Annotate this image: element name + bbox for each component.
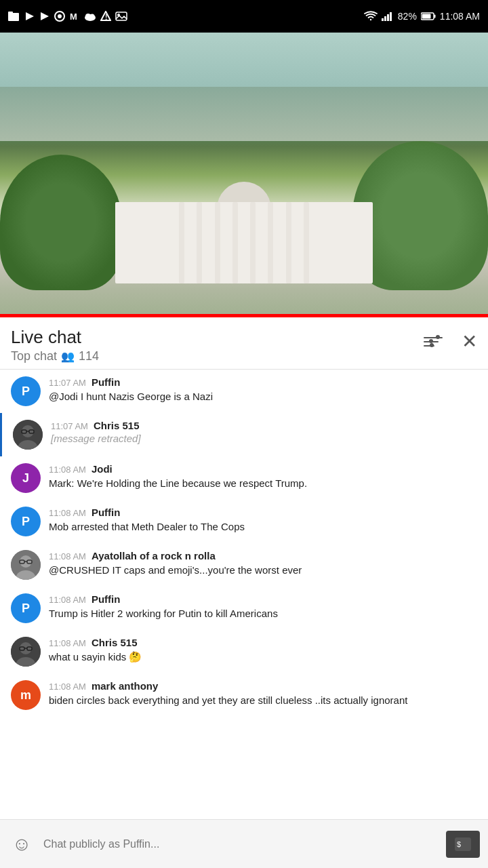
chat-title: Live chat [11,327,99,348]
avatar: P [11,376,41,406]
svg-marker-2 [26,12,34,20]
message-text: @Jodi I hunt Nazis George is a Nazi [49,389,477,403]
message-content: 11:07 AM Chris 515 [message retracted] [51,420,477,444]
chat-header: Live chat Top chat 👥 114 ✕ [0,317,488,370]
chat-message: 11:08 AM Chris 515 what u sayin kids 🤔 [0,630,488,673]
video-player[interactable] [0,33,488,317]
m-icon: M [69,11,80,22]
message-text: Trump is Hitler 2 working for Putin to k… [49,606,477,620]
message-text: [message retracted] [51,433,477,444]
status-bar-icons: M ! [8,11,127,22]
avatar: m [11,680,41,710]
message-time: 11:07 AM [49,378,86,388]
avatar [11,637,41,667]
message-text: Mob arrested that Meth Dealer to The Cop… [49,519,477,534]
viewer-icon: 👥 [61,350,75,363]
svg-text:!: ! [105,14,107,21]
wifi-icon [364,11,378,22]
avatar: P [11,507,41,536]
message-time: 11:08 AM [49,551,86,561]
message-author: Puffin [92,376,121,388]
message-content: 11:08 AM Chris 515 what u sayin kids 🤔 [49,637,477,664]
message-author: Jodi [92,463,113,475]
close-button[interactable]: ✕ [462,332,477,351]
avatar: J [11,463,41,493]
avatar: P [11,593,41,623]
file-icon [8,12,20,21]
chat-input-field[interactable] [43,829,438,859]
svg-rect-16 [387,14,389,21]
message-author: Chris 515 [92,637,138,648]
message-time: 11:07 AM [51,421,88,431]
avatar [13,420,43,450]
message-time: 11:08 AM [49,595,86,605]
chat-message: m 11:08 AM mark anthony biden circles ba… [0,673,488,717]
message-author: Puffin [92,507,121,518]
battery-icon [421,12,436,20]
status-bar: M ! 82% 11:08 AM [0,0,488,33]
message-author: Chris 515 [94,420,140,431]
svg-rect-12 [116,12,127,20]
svg-text:$: $ [457,840,461,848]
svg-rect-20 [422,14,430,19]
message-time: 11:08 AM [49,508,86,518]
chat-message: 11:08 AM Ayatollah of a rock n rolla @CR… [0,543,488,587]
chat-message: 11:07 AM Chris 515 [message retracted] [0,413,488,456]
viewer-count: 114 [79,349,99,363]
cloud-icon [84,11,96,22]
message-content: 11:08 AM Ayatollah of a rock n rolla @CR… [49,550,477,577]
svg-rect-15 [384,16,386,21]
message-text: Mark: We're Holding the Line because we … [49,476,477,490]
chat-input-bar: ☺ $ [0,819,488,868]
circle-icon [54,11,65,22]
svg-marker-3 [41,12,49,20]
time-display: 11:08 AM [440,11,480,22]
message-time: 11:08 AM [49,638,86,648]
filter-button[interactable] [424,330,448,354]
chat-header-left: Live chat Top chat 👥 114 [11,327,99,363]
message-content: 11:07 AM Puffin @Jodi I hunt Nazis Georg… [49,376,477,403]
status-bar-right: 82% 11:08 AM [364,11,480,22]
warning-icon: ! [100,11,111,22]
chat-subtitle: Top chat 👥 114 [11,349,99,363]
signal-icon [382,12,394,21]
message-author: Ayatollah of a rock n rolla [92,550,216,561]
chat-header-right: ✕ [424,330,477,354]
emoji-button[interactable]: ☺ [8,831,35,858]
play2-icon [39,12,50,21]
video-progress-bar [0,314,488,317]
svg-text:M: M [70,12,77,22]
send-icon: $ [455,837,471,851]
message-text: biden circles back everything and yet th… [49,693,477,707]
message-time: 11:08 AM [49,465,86,475]
emoji-icon: ☺ [12,833,32,855]
play-icon [24,12,35,21]
svg-rect-1 [8,12,13,14]
image-icon [115,12,127,21]
message-content: 11:08 AM Puffin Trump is Hitler 2 workin… [49,593,477,620]
battery-text: 82% [398,11,417,22]
chat-message: P 11:08 AM Puffin Trump is Hitler 2 work… [0,587,488,630]
chat-message: P 11:07 AM Puffin @Jodi I hunt Nazis Geo… [0,370,488,413]
message-author: Puffin [92,593,121,605]
svg-point-5 [58,14,62,18]
message-time: 11:08 AM [49,682,86,692]
svg-rect-14 [382,18,384,21]
message-text: @CRUSHED IT caps and emoji's...you're th… [49,563,477,577]
chat-message: P 11:08 AM Puffin Mob arrested that Meth… [0,500,488,543]
message-author: mark anthony [92,680,158,692]
svg-point-9 [90,14,95,19]
svg-rect-17 [390,12,392,21]
chat-messages-list: P 11:07 AM Puffin @Jodi I hunt Nazis Geo… [0,370,488,724]
chat-message: J 11:08 AM Jodi Mark: We're Holding the … [0,456,488,500]
svg-rect-19 [434,15,435,18]
message-content: 11:08 AM Jodi Mark: We're Holding the Li… [49,463,477,490]
avatar [11,550,41,580]
message-content: 11:08 AM Puffin Mob arrested that Meth D… [49,507,477,534]
top-chat-label: Top chat [11,349,57,363]
send-button[interactable]: $ [446,831,480,858]
message-content: 11:08 AM mark anthony biden circles back… [49,680,477,707]
message-text: what u sayin kids 🤔 [49,650,477,664]
